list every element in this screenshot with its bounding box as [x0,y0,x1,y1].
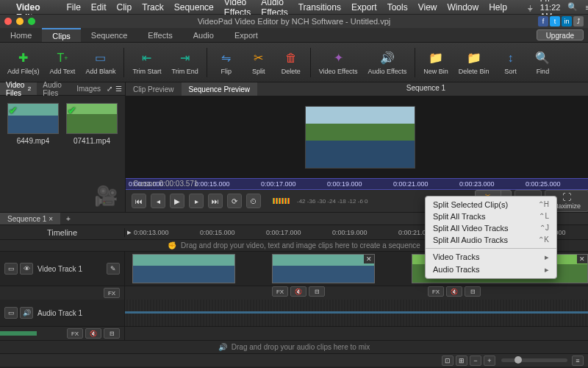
bin-list-icon[interactable]: ☰ [115,85,122,93]
play-button[interactable]: ▶ [170,194,184,208]
menu-audio-tracks[interactable]: Audio Tracks▸ [426,263,556,276]
track-toggle-button[interactable]: ▭ [4,307,18,319]
timeline-menu-button[interactable]: ≡ [572,355,584,366]
timeline-menu-icon[interactable]: ▸ [125,227,134,237]
facebook-icon[interactable]: f [538,16,548,26]
clip-transition-icon[interactable]: ✕ [577,255,587,263]
share-icon[interactable]: ⤴ [573,16,584,26]
clip-link-button[interactable]: ⊟ [309,286,325,297]
app-ribbon-tabs: Home Clips Sequence Effects Audio Export… [0,28,588,43]
clip-mute-button[interactable]: 🔇 [290,286,306,297]
menu-extra-icon[interactable]: ≡ [585,3,588,12]
menu-tools[interactable]: Tools [387,2,408,13]
menu-window[interactable]: Window [447,2,478,13]
audio-effects-button[interactable]: 🔊Audio Effects [363,49,411,77]
menu-file[interactable]: File [66,2,80,13]
twitter-icon[interactable]: t [550,16,560,26]
track-link-button[interactable]: ⊟ [104,328,120,339]
preview-viewport[interactable] [126,96,588,178]
menu-transitions[interactable]: Transitions [298,2,341,13]
audio-track-lane[interactable] [125,300,588,326]
step-back-button[interactable]: ◂ [151,194,165,208]
loop-button[interactable]: ⟳ [227,194,242,208]
add-text-button[interactable]: T+Add Text [46,49,80,77]
timeline-footer: ⊡ ⊞ − + ≡ [0,353,588,367]
clip-mute-button[interactable]: 🔇 [446,286,462,297]
tab-home[interactable]: Home [0,28,42,42]
trim-start-button[interactable]: ⇤Trim Start [128,49,165,77]
close-icon[interactable]: × [49,215,53,223]
menu-split-audio[interactable]: Split All Audio Tracks⌃K [426,234,556,246]
step-fwd-button[interactable]: ▸ [189,194,204,208]
upgrade-button[interactable]: Upgrade [537,29,584,40]
menu-track[interactable]: Track [142,2,164,13]
track-toggle-button[interactable]: ▭ [4,263,18,275]
track-mute-button[interactable]: 🔇 [85,328,101,339]
menu-export[interactable]: Export [351,2,377,13]
window-maximize-button[interactable] [28,18,35,25]
add-files-button[interactable]: ✚Add File(s) [3,49,44,77]
linkedin-icon[interactable]: in [562,16,572,26]
bin-tab-video[interactable]: Video Files 2 [0,82,37,95]
new-bin-button[interactable]: 📁New Bin [419,49,453,77]
window-minimize-button[interactable] [16,18,24,25]
bin-tab-audio[interactable]: Audio Files [37,82,71,95]
delete-button[interactable]: 🗑Delete [276,49,306,77]
go-end-button[interactable]: ⏭ [208,194,223,208]
search-icon[interactable]: 🔍 [567,2,578,12]
tab-export[interactable]: Export [224,28,268,42]
preview-tab-sequence[interactable]: Sequence Preview [182,82,257,96]
clip-transition-icon[interactable]: ✕ [364,255,374,263]
add-blank-button[interactable]: ▭Add Blank [81,49,120,77]
chevron-right-icon: ▸ [545,252,549,262]
bin-tab-images[interactable]: Images [71,82,107,95]
track-lock-button[interactable]: ✎ [107,263,120,275]
window-close-button[interactable] [4,18,12,25]
tab-sequence[interactable]: Sequence [81,28,138,42]
menu-split-video[interactable]: Split All Video Tracks⌃J [426,222,556,234]
video-effects-button[interactable]: ✦Video Effects [315,49,362,77]
fx-button[interactable]: FX [104,288,120,298]
audio-waveform[interactable] [125,302,588,324]
zoom-selection-button[interactable]: ⊞ [456,355,467,366]
bin-expand-icon[interactable]: ⤢ [107,85,112,93]
find-button[interactable]: 🔍Find [527,49,558,77]
trim-end-button[interactable]: ⇥Trim End [168,49,203,77]
tab-clips[interactable]: Clips [42,28,80,42]
menu-view[interactable]: View [418,2,437,13]
speed-button[interactable]: ⏲ [246,194,261,208]
track-visible-button[interactable]: 👁 [20,263,33,275]
menu-split-selected[interactable]: Split Selected Clip(s)⌃H [426,199,556,210]
sequence-tab[interactable]: Sequence 1 × [0,213,60,224]
menu-sequence[interactable]: Sequence [174,2,214,13]
media-thumb[interactable]: ✔ 07411.mp4 [66,103,118,145]
zoom-slider[interactable] [501,358,567,362]
zoom-in-button[interactable]: + [484,355,495,366]
fx-button[interactable]: FX [67,328,83,339]
clip-fx-button[interactable]: FX [428,286,444,297]
zoom-fit-button[interactable]: ⊡ [442,355,453,366]
tab-audio[interactable]: Audio [183,28,224,42]
timeline-clip[interactable]: ✕ [272,254,375,283]
track-audible-button[interactable]: 🔊 [20,307,33,319]
menu-clip[interactable]: Clip [117,2,132,13]
clip-fx-button[interactable]: FX [272,286,288,297]
zoom-out-button[interactable]: − [470,355,481,366]
split-button[interactable]: ✂Split [243,49,274,77]
tab-effects[interactable]: Effects [137,28,182,42]
clip-link-button[interactable]: ⊟ [465,286,481,297]
media-thumb[interactable]: ✔ 6449.mp4 [7,103,59,145]
add-sequence-button[interactable]: + [60,213,76,224]
sort-button[interactable]: ↕Sort [495,49,526,77]
menu-edit[interactable]: Edit [91,2,107,13]
wifi-icon[interactable]: ⏚ [528,3,533,12]
timeline-clip[interactable] [132,254,235,283]
preview-tab-clip[interactable]: Clip Preview [126,82,182,96]
delete-bin-button[interactable]: 📁Delete Bin [454,49,494,77]
chevron-right-icon: ▸ [545,265,549,275]
menu-split-all[interactable]: Split All Tracks⌃L [426,210,556,222]
menu-help[interactable]: Help [489,2,507,13]
flip-button[interactable]: ⇋Flip [211,49,242,77]
menu-video-tracks[interactable]: Video Tracks▸ [426,251,556,263]
go-start-button[interactable]: ⏮ [132,194,146,208]
